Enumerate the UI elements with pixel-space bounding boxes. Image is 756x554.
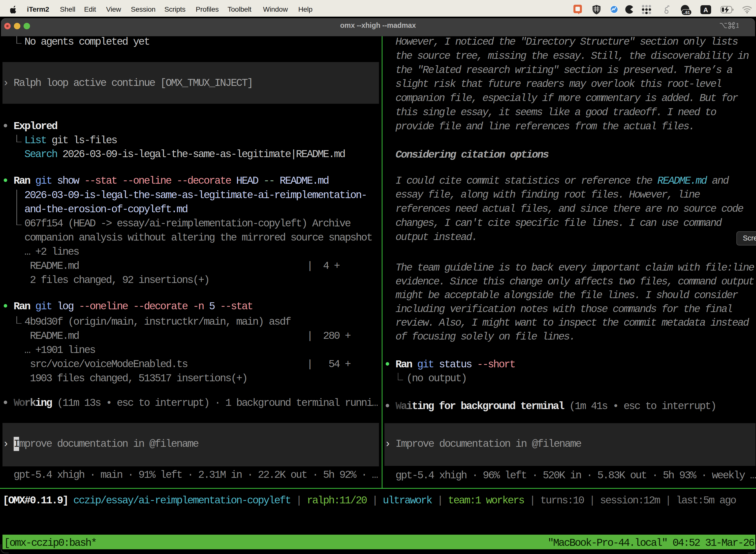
svg-text:1: 1 [736, 21, 739, 29]
svg-text:..61: ..61 [683, 10, 690, 15]
